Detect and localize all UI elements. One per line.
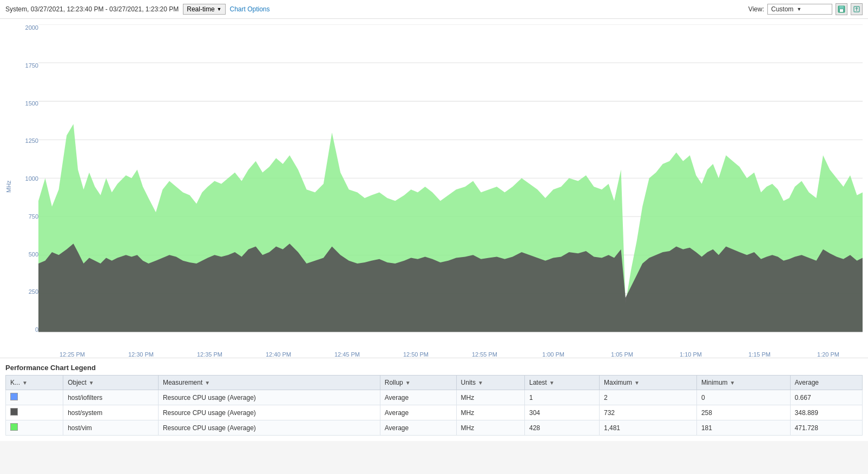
row-color-cell bbox=[6, 405, 63, 420]
filter-icon[interactable]: ▼ bbox=[89, 380, 94, 386]
col-minimum: Minimum ▼ bbox=[696, 376, 790, 390]
filter-icon[interactable]: ▼ bbox=[205, 380, 210, 386]
x-tick: 12:40 PM bbox=[244, 351, 313, 358]
filter-icon[interactable]: ▼ bbox=[549, 380, 555, 386]
view-value: Custom bbox=[771, 5, 793, 13]
row-color-cell bbox=[6, 420, 63, 436]
row-average: 0.667 bbox=[790, 390, 862, 405]
filter-icon[interactable]: ▼ bbox=[478, 380, 483, 386]
col-object: Object ▼ bbox=[63, 376, 159, 390]
view-label: View: bbox=[748, 5, 764, 13]
filter-icon[interactable]: ▼ bbox=[634, 380, 640, 386]
row-units: MHz bbox=[456, 390, 524, 405]
row-maximum: 2 bbox=[599, 390, 696, 405]
view-dropdown[interactable]: Custom ▼ bbox=[767, 4, 832, 15]
filter-icon[interactable]: ▼ bbox=[405, 380, 411, 386]
chart-svg bbox=[38, 24, 863, 349]
col-rollup: Rollup ▼ bbox=[380, 376, 456, 390]
y-tick: 250 bbox=[29, 288, 38, 295]
export-button[interactable] bbox=[851, 3, 863, 15]
save-view-button[interactable] bbox=[836, 3, 847, 15]
color-swatch bbox=[10, 393, 18, 400]
chart-options-link[interactable]: Chart Options bbox=[230, 5, 270, 13]
x-tick: 12:25 PM bbox=[38, 351, 107, 358]
col-units: Units ▼ bbox=[456, 376, 524, 390]
chart-area: MHz 2000 1750 1500 1250 1000 750 500 250… bbox=[5, 24, 863, 349]
y-tick: 1750 bbox=[25, 62, 38, 69]
realtime-chevron-icon: ▼ bbox=[217, 6, 222, 12]
chart-container: MHz 2000 1750 1500 1250 1000 750 500 250… bbox=[0, 19, 868, 358]
y-tick: 500 bbox=[29, 251, 38, 258]
save-icon bbox=[838, 5, 845, 13]
row-measurement: Resource CPU usage (Average) bbox=[158, 405, 380, 420]
color-swatch bbox=[10, 408, 18, 416]
view-section: View: Custom ▼ bbox=[748, 3, 863, 15]
table-container: K... ▼ Object ▼ Measurement ▼ bbox=[5, 375, 863, 436]
row-object: host/iofilters bbox=[63, 390, 159, 405]
row-average: 471.728 bbox=[790, 420, 862, 436]
x-tick: 12:55 PM bbox=[450, 351, 519, 358]
svg-rect-2 bbox=[840, 9, 843, 12]
row-measurement: Resource CPU usage (Average) bbox=[158, 390, 380, 405]
row-units: MHz bbox=[456, 405, 524, 420]
row-color-cell bbox=[6, 390, 63, 405]
x-tick: 1:20 PM bbox=[794, 351, 863, 358]
row-maximum: 1,481 bbox=[599, 420, 696, 436]
filter-icon[interactable]: ▼ bbox=[22, 380, 28, 386]
col-latest: Latest ▼ bbox=[524, 376, 599, 390]
row-latest: 1 bbox=[524, 390, 599, 405]
chart-title: System, 03/27/2021, 12:23:40 PM - 03/27/… bbox=[5, 5, 179, 13]
color-swatch bbox=[10, 423, 18, 431]
table-header-row: K... ▼ Object ▼ Measurement ▼ bbox=[6, 376, 863, 390]
row-object: host/vim bbox=[63, 420, 159, 436]
x-tick: 1:15 PM bbox=[725, 351, 794, 358]
header-bar: System, 03/27/2021, 12:23:40 PM - 03/27/… bbox=[0, 0, 868, 19]
table-row: host/vimResource CPU usage (Average)Aver… bbox=[6, 420, 863, 436]
y-tick: 1000 bbox=[25, 175, 38, 182]
y-tick: 1500 bbox=[25, 100, 38, 107]
row-object: host/system bbox=[63, 405, 159, 420]
x-axis: 12:25 PM 12:30 PM 12:35 PM 12:40 PM 12:4… bbox=[38, 349, 863, 358]
x-tick: 12:30 PM bbox=[107, 351, 175, 358]
row-maximum: 732 bbox=[599, 405, 696, 420]
x-tick: 1:00 PM bbox=[519, 351, 588, 358]
col-key: K... ▼ bbox=[6, 376, 63, 390]
row-latest: 428 bbox=[524, 420, 599, 436]
legend-title: Performance Chart Legend bbox=[5, 364, 863, 372]
x-tick: 12:50 PM bbox=[382, 351, 450, 358]
row-minimum: 258 bbox=[696, 405, 790, 420]
col-maximum: Maximum ▼ bbox=[599, 376, 696, 390]
y-tick: 1250 bbox=[25, 137, 38, 144]
col-measurement: Measurement ▼ bbox=[158, 376, 380, 390]
view-chevron-icon: ▼ bbox=[797, 6, 801, 12]
table-row: host/systemResource CPU usage (Average)A… bbox=[6, 405, 863, 420]
y-tick: 750 bbox=[29, 213, 38, 220]
realtime-label: Real-time bbox=[187, 5, 214, 13]
row-minimum: 181 bbox=[696, 420, 790, 436]
row-rollup: Average bbox=[380, 420, 456, 436]
x-tick: 12:45 PM bbox=[313, 351, 382, 358]
x-tick: 1:10 PM bbox=[656, 351, 725, 358]
row-measurement: Resource CPU usage (Average) bbox=[158, 420, 380, 436]
legend-tbody: host/iofiltersResource CPU usage (Averag… bbox=[6, 390, 863, 436]
row-units: MHz bbox=[456, 420, 524, 436]
realtime-button[interactable]: Real-time ▼ bbox=[183, 4, 225, 15]
x-tick: 12:35 PM bbox=[175, 351, 244, 358]
legend-table: K... ▼ Object ▼ Measurement ▼ bbox=[5, 375, 863, 436]
y-axis-label: MHz bbox=[5, 24, 12, 349]
legend-section: Performance Chart Legend K... ▼ Object ▼ bbox=[0, 358, 868, 441]
svg-rect-1 bbox=[839, 6, 844, 9]
x-tick: 1:05 PM bbox=[588, 351, 656, 358]
row-rollup: Average bbox=[380, 405, 456, 420]
filter-icon[interactable]: ▼ bbox=[730, 380, 735, 386]
export-icon bbox=[853, 5, 860, 13]
row-rollup: Average bbox=[380, 390, 456, 405]
row-average: 348.889 bbox=[790, 405, 862, 420]
y-tick: 2000 bbox=[25, 24, 38, 31]
chart-plot-area bbox=[38, 24, 863, 349]
row-minimum: 0 bbox=[696, 390, 790, 405]
row-latest: 304 bbox=[524, 405, 599, 420]
col-average: Average bbox=[790, 376, 862, 390]
table-row: host/iofiltersResource CPU usage (Averag… bbox=[6, 390, 863, 405]
y-axis: 2000 1750 1500 1250 1000 750 500 250 0 bbox=[14, 24, 38, 349]
